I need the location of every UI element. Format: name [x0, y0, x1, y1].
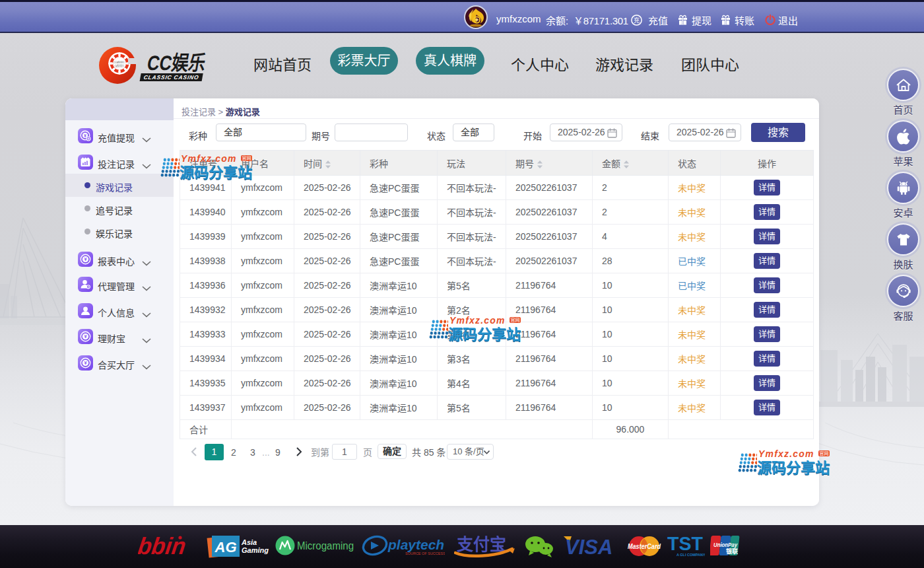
svg-text:¥: ¥ [84, 133, 86, 138]
svg-text:CASINO: CASINO [114, 65, 125, 68]
svg-text:Asia: Asia [241, 538, 257, 546]
svg-text:MasterCard: MasterCard [628, 542, 661, 550]
svg-text:Gaming: Gaming [242, 546, 269, 554]
svg-text:VISA: VISA [565, 536, 612, 559]
svg-text:playtech: playtech [387, 537, 444, 552]
svg-text:CC娱乐: CC娱乐 [145, 52, 207, 75]
svg-text:CLASSIC: CLASSIC [113, 61, 125, 64]
svg-text:充: 充 [634, 17, 640, 24]
svg-text:TST: TST [667, 534, 703, 554]
svg-text:A GLI COMPANY: A GLI COMPANY [676, 553, 705, 557]
svg-text:UnionPay: UnionPay [713, 541, 738, 548]
svg-text:AG: AG [214, 539, 237, 555]
svg-text:Microgaming: Microgaming [297, 540, 354, 551]
svg-text:CLASSIC CASINO: CLASSIC CASINO [143, 75, 200, 81]
svg-text:支付宝: 支付宝 [457, 535, 506, 553]
svg-text:SOURCE OF SUCCESS: SOURCE OF SUCCESS [405, 551, 445, 555]
svg-text:银联: 银联 [726, 548, 739, 555]
